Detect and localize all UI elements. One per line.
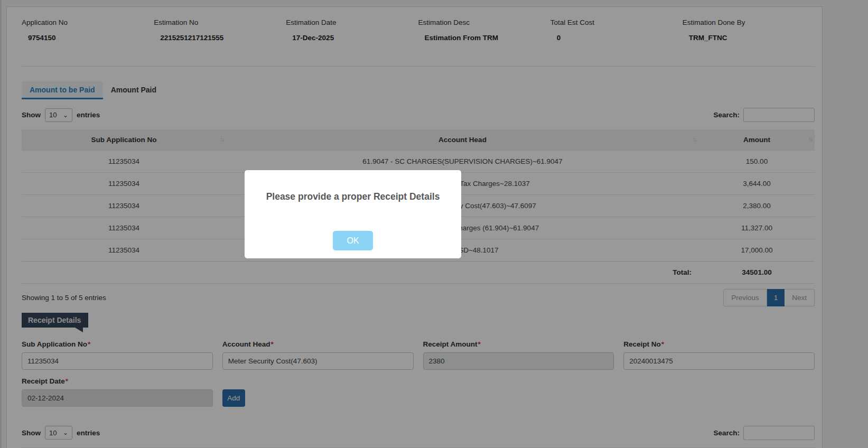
alert-message: Please provide a proper Receipt Details	[245, 191, 461, 202]
ok-button[interactable]: OK	[333, 231, 373, 250]
payment-estimation-page: Application No 9754150 Estimation No 221…	[0, 0, 868, 448]
alert-dialog: Please provide a proper Receipt Details …	[245, 170, 461, 258]
